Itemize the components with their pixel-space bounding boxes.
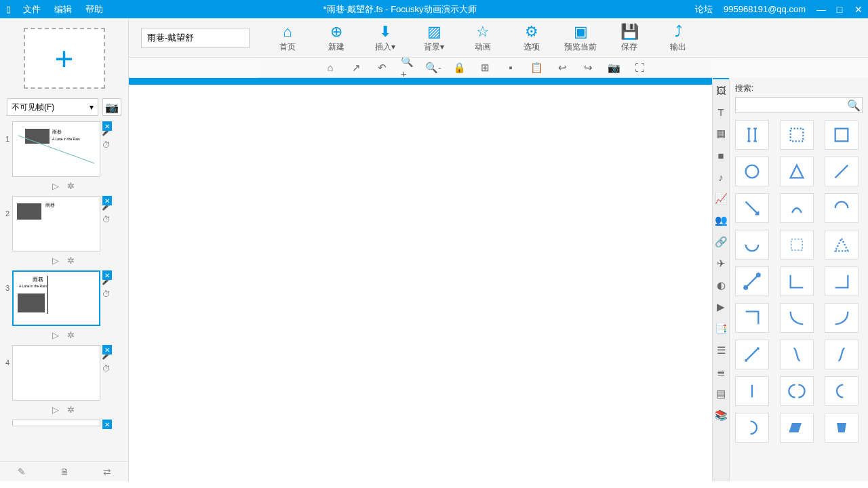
slide-close-icon[interactable]: ✕ — [102, 420, 112, 429]
toolbar-插入▾-button[interactable]: ⬇插入▾ — [361, 19, 410, 57]
right-tool-button[interactable]: ♪ — [713, 166, 729, 188]
edit-icon[interactable]: ✎ — [0, 466, 43, 477]
shape-button[interactable] — [825, 376, 859, 406]
toolbar-保存-button[interactable]: 💾保存 — [605, 19, 654, 57]
right-tool-button[interactable]: ▤ — [713, 383, 729, 405]
shape-button[interactable] — [825, 413, 859, 443]
menu-help[interactable]: 帮助 — [79, 3, 110, 16]
shape-button[interactable] — [735, 376, 769, 406]
doc-icon[interactable]: 🗎 — [43, 466, 85, 477]
canvas-tool-button[interactable]: ⌂ — [323, 61, 337, 75]
shape-button[interactable] — [780, 376, 814, 406]
slide-close-icon[interactable]: ✕ — [102, 196, 112, 205]
toolbar-新建-button[interactable]: ⊕新建 — [312, 19, 361, 57]
shape-button[interactable] — [825, 193, 859, 223]
right-tool-button[interactable]: 👥 — [713, 209, 729, 231]
shape-button[interactable] — [825, 303, 859, 333]
slide-item[interactable]: 1 雨巷 A Lane in the Rain ✕ 🎤 ⏱ — [3, 121, 124, 177]
maximize-button[interactable]: □ — [830, 4, 849, 15]
toolbar-输出-button[interactable]: ⤴输出 — [654, 19, 703, 57]
play-icon[interactable]: ▷ — [52, 330, 59, 340]
right-tool-button[interactable]: 🔗 — [713, 231, 729, 253]
right-tool-button[interactable]: 📚 — [713, 405, 729, 426]
title-input[interactable] — [141, 28, 250, 48]
timer-icon[interactable]: ⏱ — [102, 364, 111, 373]
slide-thumb[interactable]: 雨巷 A Lane in the Rain — [12, 121, 100, 177]
shape-button[interactable] — [735, 193, 769, 223]
menu-file[interactable]: 文件 — [16, 3, 47, 16]
shape-button[interactable] — [735, 340, 769, 369]
slide-thumb[interactable]: 雨巷 — [12, 196, 100, 251]
canvas-tool-button[interactable]: ⛶ — [633, 61, 646, 75]
shape-button[interactable] — [780, 413, 814, 443]
shape-button[interactable] — [735, 266, 769, 296]
forum-link[interactable]: 论坛 — [690, 3, 718, 16]
timer-icon[interactable]: ⏱ — [102, 140, 111, 150]
slide-thumb-active[interactable]: 雨巷 A Lane in the Rain — [12, 270, 100, 326]
menu-edit[interactable]: 编辑 — [47, 3, 79, 16]
visibility-dropdown[interactable]: 不可见帧(F)▾ — [7, 98, 98, 116]
shape-button[interactable] — [780, 157, 814, 186]
shape-button[interactable] — [735, 157, 769, 186]
camera-button[interactable]: 📷 — [102, 98, 121, 116]
slide-close-icon[interactable]: ✕ — [102, 270, 112, 280]
shape-button[interactable] — [825, 230, 859, 260]
right-tool-button[interactable]: ≣ — [713, 361, 729, 383]
right-tool-button[interactable]: ✈ — [713, 253, 729, 274]
shape-button[interactable] — [735, 230, 769, 260]
slide-item[interactable]: 2 雨巷 ✕ 🎤 ⏱ — [3, 196, 124, 251]
right-tool-button[interactable]: ■ — [713, 144, 729, 166]
shape-button[interactable] — [780, 340, 814, 369]
gear-icon[interactable]: ✲ — [67, 405, 75, 415]
shape-button[interactable] — [735, 303, 769, 333]
gear-icon[interactable]: ✲ — [67, 256, 75, 266]
canvas-tool-button[interactable]: ↪ — [581, 61, 595, 75]
search-icon[interactable]: 🔍 — [846, 99, 862, 112]
shape-button[interactable] — [780, 120, 814, 150]
slide-thumb[interactable] — [12, 345, 100, 401]
slide-item[interactable]: 3 雨巷 A Lane in the Rain ✕ 🎤 ⏱ — [3, 270, 124, 326]
toolbar-预览当前-button[interactable]: ▣预览当前 — [556, 19, 605, 57]
toolbar-动画-button[interactable]: ☆动画 — [458, 19, 507, 57]
right-tool-button[interactable]: ◐ — [713, 274, 729, 296]
slide-close-icon[interactable]: ✕ — [102, 121, 112, 131]
shape-button[interactable] — [825, 266, 859, 296]
play-icon[interactable]: ▷ — [52, 405, 59, 415]
slide-item[interactable]: ✕ — [3, 420, 124, 433]
timer-icon[interactable]: ⏱ — [102, 215, 111, 224]
play-icon[interactable]: ▷ — [52, 181, 59, 191]
shape-search-input[interactable] — [736, 100, 846, 110]
canvas-tool-button[interactable]: ▪ — [504, 61, 517, 75]
canvas-tool-button[interactable]: 🔍+ — [401, 61, 414, 75]
shape-button[interactable] — [825, 120, 859, 150]
shuffle-icon[interactable]: ⇄ — [85, 466, 128, 477]
close-button[interactable]: ✕ — [849, 4, 868, 15]
canvas-tool-button[interactable]: ⊞ — [478, 61, 492, 75]
right-tool-button[interactable]: ☰ — [713, 340, 729, 361]
gear-icon[interactable]: ✲ — [67, 330, 75, 340]
toolbar-背景▾-button[interactable]: ▨背景▾ — [410, 19, 458, 57]
minimize-button[interactable]: — — [811, 4, 830, 15]
right-tool-button[interactable]: 🖼 — [713, 79, 729, 101]
canvas-tool-button[interactable]: 📋 — [530, 61, 543, 75]
right-tool-button[interactable]: 📑 — [713, 318, 729, 340]
slide-close-icon[interactable]: ✕ — [102, 345, 112, 354]
canvas-tool-button[interactable]: ↗ — [349, 61, 363, 75]
shape-button[interactable] — [735, 413, 769, 443]
right-tool-button[interactable]: 📈 — [713, 188, 729, 209]
shape-button[interactable] — [780, 230, 814, 260]
toolbar-首页-button[interactable]: ⌂首页 — [263, 19, 312, 57]
timer-icon[interactable]: ⏱ — [102, 289, 111, 299]
shape-button[interactable] — [735, 120, 769, 150]
slide-item[interactable]: 4 ✕ 🎤 ⏱ — [3, 345, 124, 401]
shape-button[interactable] — [780, 193, 814, 223]
slide-thumb[interactable] — [12, 420, 100, 426]
canvas-tool-button[interactable]: ↩ — [555, 61, 569, 75]
user-email[interactable]: 995968191@qq.com — [718, 4, 811, 14]
canvas-tool-button[interactable]: 🔍- — [427, 61, 440, 75]
shape-button[interactable] — [780, 303, 814, 333]
play-icon[interactable]: ▷ — [52, 256, 59, 266]
gear-icon[interactable]: ✲ — [67, 181, 75, 191]
add-slide-button[interactable]: + — [24, 28, 105, 89]
shape-button[interactable] — [780, 266, 814, 296]
